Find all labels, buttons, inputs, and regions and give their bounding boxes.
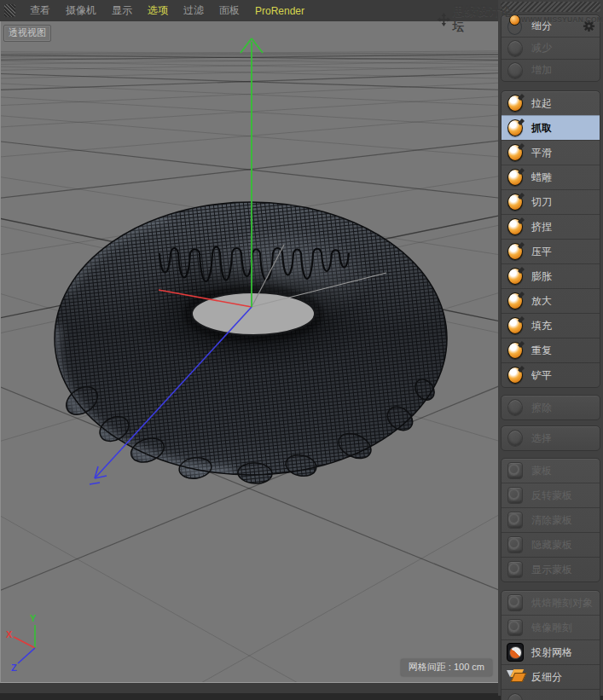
tool-repeat[interactable]: 重复 (502, 338, 600, 362)
increase-icon (505, 61, 525, 80)
menu-item-6[interactable]: ProRender (247, 2, 312, 20)
menu-item-0[interactable]: 查看 (22, 0, 58, 21)
grid-spacing-label: 网格间距 : 100 cm (401, 659, 492, 676)
repeat-icon (505, 341, 525, 360)
flatten-icon (505, 242, 525, 261)
tool-label: 平滑 (531, 146, 552, 160)
gizmo-y-label: Y (30, 613, 37, 623)
subdivide-icon (505, 17, 525, 36)
tool-hide-mask: 隐藏蒙板 (502, 532, 600, 557)
tool-group-1: 拉起抓取平滑蜡雕切刀挤捏压平膨胀放大填充重复铲平 (501, 90, 600, 388)
knife-icon (505, 193, 525, 211)
menu-item-1[interactable]: 摄像机 (58, 0, 104, 21)
tool-label: 放大 (531, 294, 552, 309)
fill-icon (505, 316, 525, 335)
erase-icon (505, 398, 525, 417)
tool-label: 铲平 (531, 368, 552, 383)
pull-icon (505, 94, 525, 113)
tool-project-mesh[interactable]: 投射网格 (502, 639, 600, 664)
mirror-sculpt-icon (505, 618, 525, 637)
clipped-tool-icon (505, 692, 525, 700)
clear-mask-icon (505, 511, 525, 529)
tool-group-3: 选择 (501, 425, 600, 451)
palette-drag-handle[interactable] (501, 2, 600, 12)
menu-grip-icon[interactable] (4, 4, 15, 17)
tool-clear-mask: 清除蒙板 (502, 507, 600, 532)
tool-pinch[interactable]: 挤捏 (502, 214, 600, 239)
gizmo-x-label: X (6, 629, 13, 639)
show-mask-icon (505, 560, 525, 579)
tool-grab[interactable]: 抓取 (502, 115, 600, 140)
tool-label: 拉起 (531, 96, 552, 111)
tool-label: 清除蒙板 (531, 513, 572, 528)
grab-icon (505, 119, 525, 137)
tool-label: 烘焙雕刻对象 (531, 596, 593, 610)
tool-group-5: 烘焙雕刻对象镜像雕刻投射网格反细分 (501, 590, 600, 700)
smooth-icon (505, 143, 525, 162)
amplify-icon (505, 292, 525, 310)
tool-label: 增加 (531, 63, 552, 78)
tool-clipped-tool (502, 689, 600, 700)
tool-label: 压平 (531, 245, 552, 259)
tool-flatten[interactable]: 压平 (502, 239, 600, 263)
tool-label: 选择 (531, 431, 552, 446)
decrease-icon (505, 39, 525, 58)
menu-item-4[interactable]: 过滤 (176, 0, 212, 21)
menu-item-3[interactable]: 选项 (140, 0, 176, 21)
tool-label: 隐藏蒙板 (531, 538, 572, 552)
project-mesh-icon (505, 643, 525, 662)
gizmo-z-label: Z (11, 662, 17, 673)
tool-pull[interactable]: 拉起 (502, 91, 600, 115)
tool-wax[interactable]: 蜡雕 (502, 165, 600, 189)
tool-decrease: 减少 (502, 37, 600, 59)
view-label: 透视视图 (3, 25, 51, 42)
tool-settings-gear-icon[interactable] (583, 20, 595, 32)
scrape-icon (505, 366, 525, 385)
tool-label: 填充 (531, 319, 552, 333)
viewport-bottom-strip (0, 683, 498, 693)
tool-group-2: 擦除 (501, 395, 600, 420)
app-window: 查看摄像机显示选项过滤面板ProRender YXZ 透视视图 网格间距 : 1… (0, 0, 603, 700)
tool-invert-mask: 反转蒙板 (502, 483, 600, 507)
tool-label: 减少 (531, 41, 552, 55)
view-orientation-gizmo: YXZ (6, 613, 37, 673)
tool-label: 镜像雕刻 (531, 621, 572, 635)
tool-inflate[interactable]: 膨胀 (502, 263, 600, 288)
menu-item-2[interactable]: 显示 (104, 0, 140, 21)
tool-mask: 蒙板 (502, 459, 600, 483)
tool-label: 显示蒙板 (531, 563, 572, 577)
desubdivide-icon (505, 668, 525, 686)
bake-sculpt-object-icon (505, 593, 525, 612)
tool-desubdivide[interactable]: 反细分 (502, 664, 600, 689)
tool-label: 投射网格 (531, 645, 572, 660)
tool-erase: 擦除 (502, 396, 600, 419)
tool-label: 抓取 (531, 121, 552, 136)
invert-mask-icon (505, 486, 525, 505)
tool-label: 重复 (531, 344, 552, 358)
tool-label: 反细分 (531, 670, 562, 685)
select-icon (505, 429, 525, 448)
tool-amplify[interactable]: 放大 (502, 288, 600, 313)
tool-smooth[interactable]: 平滑 (502, 140, 600, 165)
tool-scrape[interactable]: 铲平 (502, 362, 600, 387)
tool-select: 选择 (502, 426, 600, 450)
tool-mirror-sculpt: 镜像雕刻 (502, 615, 600, 639)
viewport-menu-bar: 查看摄像机显示选项过滤面板ProRender (0, 0, 498, 22)
menu-item-5[interactable]: 面板 (212, 0, 247, 21)
tool-group-0: 细分减少增加 (501, 14, 600, 82)
sculpt-tool-palette: 细分减少增加拉起抓取平滑蜡雕切刀挤捏压平膨胀放大填充重复铲平擦除选择蒙板反转蒙板… (498, 0, 603, 696)
tool-label: 细分 (531, 19, 552, 33)
tool-knife[interactable]: 切刀 (502, 189, 600, 214)
tool-increase: 增加 (502, 59, 600, 81)
perspective-viewport[interactable]: YXZ 透视视图 网格间距 : 100 cm (0, 21, 498, 683)
tool-group-4: 蒙板反转蒙板清除蒙板隐藏蒙板显示蒙板 (501, 458, 600, 582)
tool-bake-sculpt-object: 烘焙雕刻对象 (502, 591, 600, 615)
tool-label: 蜡雕 (531, 171, 552, 185)
tool-label: 膨胀 (531, 269, 552, 284)
tool-show-mask: 显示蒙板 (502, 557, 600, 581)
tool-label: 蒙板 (531, 464, 552, 478)
tool-label: 擦除 (531, 401, 552, 415)
tool-subdivide[interactable]: 细分 (502, 15, 600, 37)
tool-fill[interactable]: 填充 (502, 313, 600, 338)
3d-scene[interactable]: YXZ (1, 21, 498, 683)
